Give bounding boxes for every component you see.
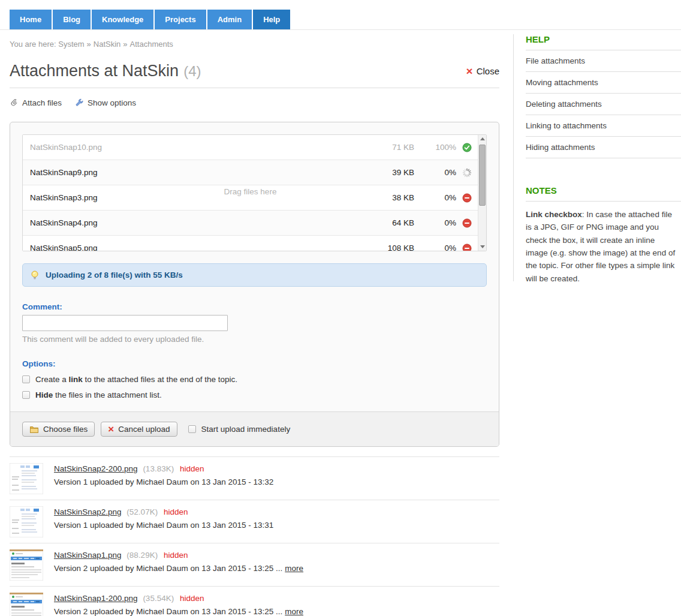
upload-status-message: Uploading 2 of 8 file(s) with 55 KB/s [22, 263, 487, 287]
attachment-name-link[interactable]: NatSkinSnap1.png [54, 551, 122, 560]
upload-file-percent: 0% [414, 244, 456, 251]
attachment-row: NatSkinSnap1.png (88.29K) hidden Version… [10, 543, 499, 587]
upload-success-icon [462, 143, 472, 152]
upload-file-percent: 0% [414, 168, 456, 177]
breadcrumb-attachments[interactable]: Attachments [130, 40, 173, 49]
page-title: Attachments at NatSkin [10, 62, 179, 80]
hide-files-checkbox[interactable] [22, 391, 30, 399]
nav-tabs: Home Blog Knowledge Projects Admin Help [10, 10, 681, 29]
upload-file-row: NatSkinSnap5.png 108 KB 0% [23, 236, 486, 251]
attachment-thumbnail[interactable] [10, 506, 43, 537]
nav-tab-knowledge[interactable]: Knowledge [92, 10, 153, 29]
options-label: Options: [22, 359, 487, 368]
nav-tab-home[interactable]: Home [10, 10, 52, 29]
help-sidebar: HELP File attachments Moving attachments… [526, 34, 681, 285]
hide-files-label: Hide the files in the attachment list. [35, 390, 162, 399]
nav-tab-admin[interactable]: Admin [207, 10, 252, 29]
notes-heading: NOTES [526, 185, 681, 202]
upload-file-percent: 0% [414, 218, 456, 227]
attachment-thumbnail[interactable] [10, 549, 43, 581]
breadcrumb: You are here: System»NatSkin»Attachments [10, 40, 499, 49]
attachment-hidden-badge: hidden [164, 507, 188, 516]
breadcrumb-natskin[interactable]: NatSkin [94, 40, 121, 49]
close-button[interactable]: × Close [466, 66, 499, 76]
sidebar-item-deleting-attachments[interactable]: Deleting attachments [526, 94, 681, 115]
breadcrumb-system[interactable]: System [58, 40, 84, 49]
attachment-version-info: Version 2 uploaded by Michael Daum on 13… [54, 607, 303, 616]
more-link[interactable]: more [285, 607, 303, 616]
help-heading: HELP [526, 34, 681, 50]
start-immediately-checkbox[interactable] [188, 425, 196, 433]
scroll-up-button[interactable] [478, 135, 487, 143]
close-label: Close [477, 66, 499, 76]
wrench-icon [75, 98, 84, 107]
filelist-scrollbar[interactable] [478, 135, 486, 251]
attachment-name-link[interactable]: NatSkinSnap1-200.png [54, 594, 138, 603]
upload-panel-footer: Choose files × Cancel upload Start uploa… [10, 411, 499, 446]
upload-file-size: 108 KB [360, 244, 414, 251]
attachment-hidden-badge: hidden [180, 464, 204, 473]
upload-file-percent: 100% [414, 143, 456, 152]
upload-dropzone[interactable]: NatSkinSnap10.png 71 KB 100% NatSkinSnap… [22, 134, 487, 251]
more-link[interactable]: more [285, 564, 303, 573]
upload-file-name: NatSkinSnap5.png [30, 244, 360, 251]
attachment-hidden-badge: hidden [164, 551, 188, 560]
upload-file-percent: 0% [414, 193, 456, 202]
remove-file-icon[interactable] [462, 244, 472, 252]
upload-file-size: 64 KB [360, 218, 414, 227]
main-content: You are here: System»NatSkin»Attachments… [10, 30, 499, 616]
upload-file-name: NatSkinSnap9.png [30, 168, 360, 177]
upload-file-size: 38 KB [360, 193, 414, 202]
attachment-thumbnail[interactable] [10, 463, 43, 494]
upload-file-name: NatSkinSnap10.png [30, 143, 360, 152]
attachment-row: NatSkinSnap2.png (52.07K) hidden Version… [10, 500, 499, 543]
attachment-row: NatSkinSnap2-200.png (13.83K) hidden Ver… [10, 457, 499, 500]
attachment-thumbnail[interactable] [10, 593, 43, 616]
sidebar-item-linking-to-attachments[interactable]: Linking to attachments [526, 115, 681, 137]
close-icon: × [466, 67, 473, 76]
upload-file-row: NatSkinSnap3.png 38 KB 0% [23, 185, 486, 211]
cancel-icon: × [108, 425, 114, 434]
sidebar-item-hiding-attachments[interactable]: Hiding attachments [526, 137, 681, 158]
sidebar-divider [513, 34, 514, 281]
choose-files-button[interactable]: Choose files [22, 422, 95, 437]
attachment-size: (35.54K) [143, 594, 174, 603]
scroll-down-button[interactable] [478, 242, 487, 251]
breadcrumb-prefix: You are here: [10, 40, 56, 49]
attachment-version-info: Version 1 uploaded by Michael Daum on 13… [54, 477, 273, 486]
breadcrumb-separator: » [87, 40, 91, 49]
remove-file-icon[interactable] [462, 218, 472, 228]
nav-tab-projects[interactable]: Projects [155, 10, 206, 29]
choose-files-label: Choose files [43, 425, 88, 434]
cancel-upload-label: Cancel upload [118, 425, 170, 434]
top-navigation: Home Blog Knowledge Projects Admin Help [0, 0, 681, 30]
upload-status-text: Uploading 2 of 8 file(s) with 55 KB/s [46, 271, 183, 280]
create-link-label: Create a link to the attached files at t… [35, 375, 237, 384]
upload-spinner-icon [462, 168, 472, 178]
start-immediately-label: Start upload immediately [201, 425, 291, 434]
comment-hint: This comment will be added to every uplo… [22, 335, 487, 344]
upload-panel: NatSkinSnap10.png 71 KB 100% NatSkinSnap… [10, 122, 499, 447]
comment-input[interactable] [22, 315, 228, 331]
upload-file-row: NatSkinSnap9.png 39 KB 0% [23, 160, 486, 185]
lightbulb-icon [30, 270, 40, 280]
attachment-name-link[interactable]: NatSkinSnap2-200.png [54, 464, 138, 473]
show-options-label: Show options [88, 98, 136, 107]
sidebar-item-moving-attachments[interactable]: Moving attachments [526, 72, 681, 94]
scrollbar-thumb[interactable] [479, 145, 486, 206]
attachment-size: (52.07K) [126, 507, 158, 516]
sidebar-item-file-attachments[interactable]: File attachments [526, 50, 681, 72]
attachment-name-link[interactable]: NatSkinSnap2.png [54, 507, 122, 516]
remove-file-icon[interactable] [462, 193, 472, 203]
show-options-link[interactable]: Show options [75, 98, 136, 107]
cancel-upload-button[interactable]: × Cancel upload [101, 422, 177, 437]
attachment-count: (4) [183, 63, 201, 80]
upload-file-size: 39 KB [360, 168, 414, 177]
attachment-hidden-badge: hidden [180, 594, 204, 603]
create-link-checkbox[interactable] [22, 375, 30, 383]
attachment-row: NatSkinSnap1-200.png (35.54K) hidden Ver… [10, 587, 499, 616]
nav-tab-help[interactable]: Help [253, 10, 290, 29]
attach-files-link[interactable]: Attach files [10, 98, 62, 107]
upload-file-row: NatSkinSnap4.png 64 KB 0% [23, 211, 486, 236]
nav-tab-blog[interactable]: Blog [53, 10, 91, 29]
